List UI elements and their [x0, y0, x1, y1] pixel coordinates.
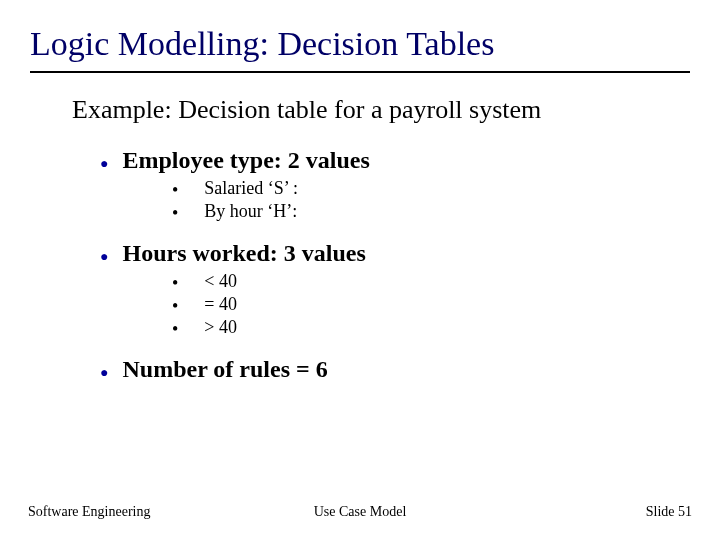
sub-bullet-lt40: • < 40: [172, 271, 690, 292]
bullet-text: Employee type: 2 values: [122, 147, 369, 174]
bullet-text: Hours worked: 3 values: [122, 240, 365, 267]
sub-bullet-hourly: • By hour ‘H’:: [172, 201, 690, 222]
slide-subtitle: Example: Decision table for a payroll sy…: [72, 95, 690, 125]
slide-title: Logic Modelling: Decision Tables: [30, 25, 690, 63]
bullet-icon: •: [172, 181, 178, 199]
sub-bullet-salaried: • Salaried ‘S’ :: [172, 178, 690, 199]
sub-bullet-gt40: • > 40: [172, 317, 690, 338]
sub-bullet-text: = 40: [204, 294, 237, 315]
sub-employee-type: • Salaried ‘S’ : • By hour ‘H’:: [172, 178, 690, 222]
sub-bullet-text: Salaried ‘S’ :: [204, 178, 298, 199]
slide-body: ● Employee type: 2 values • Salaried ‘S’…: [100, 147, 690, 383]
sub-bullet-text: By hour ‘H’:: [204, 201, 297, 222]
bullet-icon: •: [172, 297, 178, 315]
sub-bullet-text: < 40: [204, 271, 237, 292]
bullet-hours-worked: ● Hours worked: 3 values: [100, 240, 690, 267]
slide-footer: Software Engineering Use Case Model Slid…: [0, 504, 720, 520]
sub-bullet-eq40: • = 40: [172, 294, 690, 315]
footer-right: Slide 51: [646, 504, 692, 520]
sub-hours-worked: • < 40 • = 40 • > 40: [172, 271, 690, 338]
bullet-text: Number of rules = 6: [122, 356, 327, 383]
footer-left: Software Engineering: [28, 504, 150, 520]
bullet-icon: •: [172, 204, 178, 222]
bullet-icon: •: [172, 274, 178, 292]
bullet-icon: ●: [100, 366, 108, 380]
bullet-icon: •: [172, 320, 178, 338]
bullet-icon: ●: [100, 157, 108, 171]
bullet-icon: ●: [100, 250, 108, 264]
title-rule: [30, 71, 690, 73]
sub-bullet-text: > 40: [204, 317, 237, 338]
footer-center: Use Case Model: [314, 504, 407, 520]
bullet-number-rules: ● Number of rules = 6: [100, 356, 690, 383]
bullet-employee-type: ● Employee type: 2 values: [100, 147, 690, 174]
slide: Logic Modelling: Decision Tables Example…: [0, 0, 720, 540]
